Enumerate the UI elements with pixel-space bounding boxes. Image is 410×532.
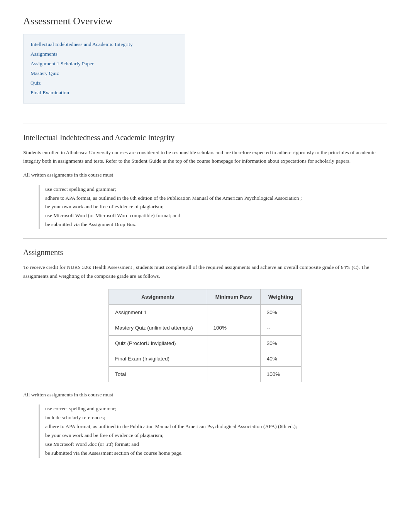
assignments-para2: All written assignments in this course m… [23,391,387,399]
toc-link-quiz[interactable]: Quiz [30,78,178,88]
col-assignments: Assignments [109,289,207,304]
row3-pass [207,335,260,351]
row4-weight: 40% [260,351,301,366]
table-of-contents: Intellectual Indebtedness and Academic I… [23,34,185,104]
divider-2 [23,238,387,239]
table-row: Quiz (ProctorU invigilated) 30% [109,335,302,351]
row1-weight: 30% [260,304,301,320]
integrity-req-3: be your own work and be free of evidence… [45,202,387,211]
page-title: Assessment Overview [23,15,387,27]
assignments-req-4: be your own work and be free of evidence… [45,431,387,440]
col-min-pass: Minimum Pass [207,289,260,304]
assignments-req-1: use correct spelling and grammar; [45,405,387,413]
row4-name: Final Exam (Invigilated) [109,351,207,366]
row5-pass [207,366,260,382]
integrity-req-1: use correct spelling and grammar; [45,185,387,194]
toc-link-mastery[interactable]: Mastery Quiz [30,69,178,78]
divider-1 [23,124,387,124]
toc-link-scholarly[interactable]: Assignment 1 Scholarly Paper [30,59,178,69]
table-row: Mastery Quiz (unlimited attempts) 100% -… [109,320,302,335]
table-row-total: Total 100% [109,366,302,382]
toc-link-final[interactable]: Final Examination [30,88,178,98]
assignments-section: Assignments To receive credit for NURS 3… [23,248,387,457]
row2-pass: 100% [207,320,260,335]
assignments-req-3: adhere to APA format, as outlined in the… [45,422,387,431]
toc-link-integrity[interactable]: Intellectual Indebtedness and Academic I… [30,40,178,49]
integrity-para2: All written assignments in this course m… [23,171,387,179]
assignments-requirements: use correct spelling and grammar; includ… [39,405,387,458]
integrity-requirements: use correct spelling and grammar; adhere… [39,185,387,229]
row4-pass [207,351,260,366]
integrity-heading: Intellectual Indebtedness and Academic I… [23,133,387,142]
assignments-intro: To receive credit for NURS 326: Health A… [23,263,387,280]
row1-name: Assignment 1 [109,304,207,320]
integrity-section: Intellectual Indebtedness and Academic I… [23,133,387,229]
row1-pass [207,304,260,320]
assignments-table: Assignments Minimum Pass Weighting Assig… [108,289,302,382]
row5-weight: 100% [260,366,301,382]
row2-name: Mastery Quiz (unlimited attempts) [109,320,207,335]
col-weighting: Weighting [260,289,301,304]
assignments-req-2: include scholarly references; [45,413,387,422]
table-row: Final Exam (Invigilated) 40% [109,351,302,366]
assignments-heading: Assignments [23,248,387,257]
row2-weight: -- [260,320,301,335]
assignments-req-5: use Microsoft Word .doc (or .rtf) format… [45,440,387,449]
assignments-req-6: be submitted via the Assessment section … [45,449,387,458]
integrity-para1: Students enrolled in Athabasca Universit… [23,148,387,166]
row3-weight: 30% [260,335,301,351]
integrity-req-5: be submitted via the Assignment Drop Box… [45,220,387,229]
row5-name: Total [109,366,207,382]
toc-link-assignments[interactable]: Assignments [30,49,178,59]
row3-name: Quiz (ProctorU invigilated) [109,335,207,351]
table-header-row: Assignments Minimum Pass Weighting [109,289,302,304]
table-row: Assignment 1 30% [109,304,302,320]
integrity-req-4: use Microsoft Word (or Microsoft Word co… [45,211,387,220]
integrity-req-2: adhere to APA format, as outlined in the… [45,194,387,203]
